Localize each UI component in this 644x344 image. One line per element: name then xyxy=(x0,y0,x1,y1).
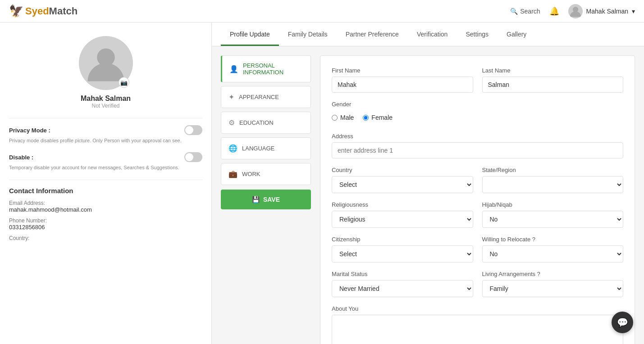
logo[interactable]: 🦅 SyedMatch xyxy=(9,4,78,18)
contact-section: Contact Information Email Address: mahak… xyxy=(9,187,202,241)
gender-male-radio[interactable] xyxy=(332,115,338,121)
nav-personal-info[interactable]: 👤 PERSONAL INFORMATION xyxy=(221,55,311,82)
gender-label: Gender xyxy=(332,101,623,108)
gender-female-text: Female xyxy=(371,114,393,121)
tab-family-details[interactable]: Family Details xyxy=(279,23,337,46)
about-group: About You xyxy=(332,305,623,344)
profile-status: Not Verified xyxy=(91,103,119,109)
first-name-group: First Name xyxy=(332,67,473,93)
work-icon: 💼 xyxy=(228,170,238,178)
living-select[interactable]: Family Alone With Roommates With Parents xyxy=(482,280,624,297)
gender-female-label[interactable]: Female xyxy=(363,114,393,121)
hijab-select[interactable]: No Yes Sometimes xyxy=(482,211,624,228)
logo-text: SyedMatch xyxy=(25,5,78,17)
gender-male-text: Male xyxy=(340,114,354,121)
user-menu[interactable]: Mahak Salman ▾ xyxy=(568,4,635,18)
privacy-mode-toggle[interactable] xyxy=(184,125,202,135)
toggle-knob-2 xyxy=(185,153,193,161)
country-group: Country Select Pakistan India United Kin… xyxy=(332,167,473,193)
state-select[interactable]: Punjab Sindh KPK Balochistan xyxy=(482,176,624,193)
marital-living-row: Marital Status Never Married Divorced Wi… xyxy=(332,271,623,297)
gender-female-radio[interactable] xyxy=(363,115,369,121)
citizenship-label: Citizenship xyxy=(332,236,473,243)
country-select[interactable]: Select Pakistan India United Kingdom USA… xyxy=(332,176,473,193)
email-item: Email Address: mahak.mahmood@hotmail.com xyxy=(9,200,202,213)
email-value: mahak.mahmood@hotmail.com xyxy=(9,206,202,213)
state-group: State/Region Punjab Sindh KPK Balochista… xyxy=(482,167,624,193)
first-name-label: First Name xyxy=(332,67,473,74)
relocate-select[interactable]: No Yes Maybe xyxy=(482,245,624,263)
relocate-label: Willing to Relocate ? xyxy=(482,236,624,243)
disable-label: Disable : xyxy=(9,152,202,162)
nav-work[interactable]: 💼 WORK xyxy=(221,163,311,185)
tab-verification[interactable]: Verification xyxy=(408,23,457,46)
chat-icon: 💬 xyxy=(617,317,628,328)
nav-appearance[interactable]: ✦ APPEARANCE xyxy=(221,86,311,108)
gender-radio-group: Male Female xyxy=(332,110,623,125)
nav-language-label: LANGUAGE xyxy=(242,145,274,152)
citizenship-group: Citizenship Select Pakistani British Ame… xyxy=(332,236,473,263)
search-button[interactable]: 🔍 Search xyxy=(510,8,540,15)
language-icon: 🌐 xyxy=(228,144,238,153)
country-label: Country xyxy=(332,167,473,173)
privacy-mode-row: Privacy Mode : Privacy mode disables pro… xyxy=(9,125,202,144)
disable-desc: Temporary disable your account for new m… xyxy=(9,164,202,171)
marital-label: Marital Status xyxy=(332,271,473,277)
nav-education[interactable]: ⚙ EDUCATION xyxy=(221,112,311,134)
tab-profile-update[interactable]: Profile Update xyxy=(221,23,279,46)
notification-bell[interactable]: 🔔 xyxy=(549,6,559,16)
save-button[interactable]: 💾 SAVE xyxy=(221,190,311,209)
chat-fab[interactable]: 💬 xyxy=(612,312,633,333)
form-container: 👤 PERSONAL INFORMATION ✦ APPEARANCE ⚙ ED… xyxy=(212,46,644,344)
sidebar: 📷 Mahak Salman Not Verified Privacy Mode… xyxy=(0,23,212,344)
camera-icon[interactable]: 📷 xyxy=(119,77,129,88)
header-right: 🔍 Search 🔔 Mahak Salman ▾ xyxy=(510,4,635,18)
disable-row: Disable : Temporary disable your account… xyxy=(9,152,202,171)
privacy-mode-label: Privacy Mode : xyxy=(9,125,202,135)
nav-appearance-label: APPEARANCE xyxy=(239,94,279,100)
form-fields: First Name Last Name Gender xyxy=(320,55,635,344)
gender-row: Gender Male Female xyxy=(332,101,623,125)
last-name-input[interactable] xyxy=(482,77,624,93)
country-label: Country: xyxy=(9,235,202,241)
about-textarea[interactable] xyxy=(332,315,623,344)
profile-name: Mahak Salman xyxy=(81,95,131,103)
tab-gallery[interactable]: Gallery xyxy=(498,23,535,46)
appearance-icon: ✦ xyxy=(228,93,234,101)
phone-label: Phone Number: xyxy=(9,217,202,224)
marital-select[interactable]: Never Married Divorced Widowed Separated xyxy=(332,280,473,297)
religion-hijab-row: Religiousness Select Religious Moderatel… xyxy=(332,201,623,228)
contact-title: Contact Information xyxy=(9,187,202,195)
search-icon: 🔍 xyxy=(510,8,518,15)
logo-icon: 🦅 xyxy=(9,4,23,18)
last-name-group: Last Name xyxy=(482,67,624,93)
education-icon: ⚙ xyxy=(228,118,235,127)
relocate-group: Willing to Relocate ? No Yes Maybe xyxy=(482,236,624,263)
citizenship-select[interactable]: Select Pakistani British American Canadi… xyxy=(332,245,473,263)
user-avatar xyxy=(568,4,583,18)
header: 🦅 SyedMatch 🔍 Search 🔔 Mahak Salman ▾ xyxy=(0,0,644,23)
tab-partner-preference[interactable]: Partner Preference xyxy=(337,23,408,46)
first-name-input[interactable] xyxy=(332,77,473,93)
nav-work-label: WORK xyxy=(242,171,260,177)
profile-avatar: 📷 xyxy=(79,36,133,90)
personal-info-icon: 👤 xyxy=(229,65,238,73)
main-container: 📷 Mahak Salman Not Verified Privacy Mode… xyxy=(0,23,644,344)
dropdown-icon: ▾ xyxy=(632,8,635,15)
address-label: Address xyxy=(332,133,623,140)
gender-male-label[interactable]: Male xyxy=(332,114,354,121)
nav-language[interactable]: 🌐 LANGUAGE xyxy=(221,137,311,159)
about-label: About You xyxy=(332,305,623,312)
citizenship-relocate-row: Citizenship Select Pakistani British Ame… xyxy=(332,236,623,263)
tab-settings[interactable]: Settings xyxy=(457,23,498,46)
privacy-mode-desc: Privacy mode disables profile picture. O… xyxy=(9,137,202,144)
email-label: Email Address: xyxy=(9,200,202,206)
religiousness-select[interactable]: Select Religious Moderately Religious No… xyxy=(332,211,473,228)
hijab-group: Hijab/Niqab No Yes Sometimes xyxy=(482,201,624,228)
address-input[interactable] xyxy=(332,142,623,158)
disable-toggle[interactable] xyxy=(184,152,202,162)
phone-item: Phone Number: 03312856806 xyxy=(9,217,202,231)
address-group: Address xyxy=(332,133,623,158)
living-group: Living Arrangements ? Family Alone With … xyxy=(482,271,624,297)
living-label: Living Arrangements ? xyxy=(482,271,624,277)
